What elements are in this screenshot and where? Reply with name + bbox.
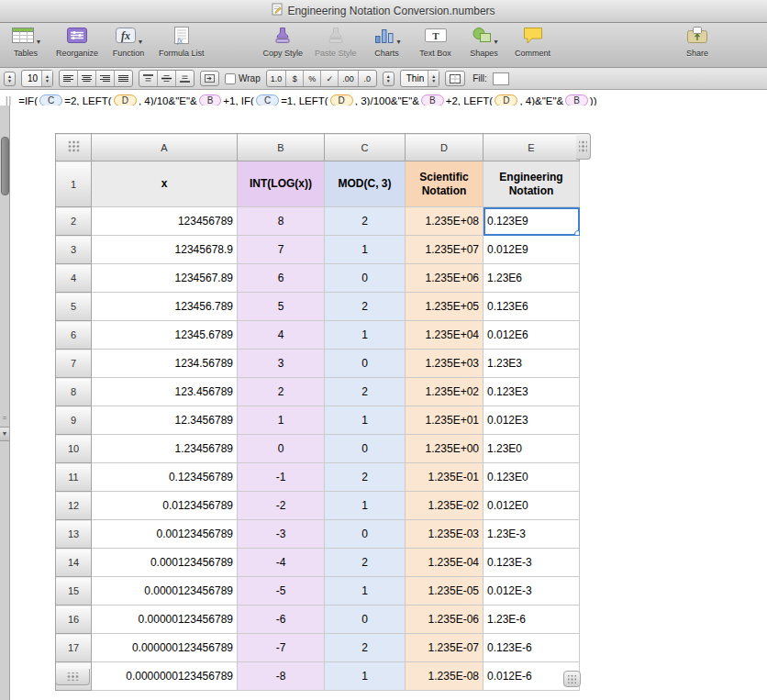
- cell-e6[interactable]: 0.012E6: [484, 321, 580, 350]
- cell-b11[interactable]: -1: [238, 463, 325, 492]
- cell-reference-token[interactable]: C: [39, 94, 62, 106]
- row-header-11[interactable]: 11: [56, 463, 92, 492]
- cell-b17[interactable]: -7: [238, 634, 325, 662]
- row-header-14[interactable]: 14: [56, 549, 92, 577]
- cell-e3[interactable]: 0.012E9: [484, 236, 580, 264]
- cell-b2[interactable]: 8: [238, 207, 325, 236]
- cell-reference-token[interactable]: D: [330, 94, 353, 106]
- valign-bottom-button[interactable]: [176, 71, 194, 86]
- cell-e14[interactable]: 0.123E-3: [484, 549, 580, 577]
- cell-e5[interactable]: 0.123E6: [484, 293, 580, 321]
- cell-d8[interactable]: 1.235E+02: [406, 378, 484, 406]
- formula-input[interactable]: =IF(C=2, LEFT(D, 4)/10&"E"&B+1, IF(C=1, …: [18, 94, 596, 106]
- column-header-d[interactable]: D: [406, 134, 484, 161]
- cell-c2[interactable]: 2: [325, 207, 406, 236]
- title-bar[interactable]: Engineering Notation Conversion.numbers: [0, 0, 767, 23]
- row-header-3[interactable]: 3: [56, 236, 92, 264]
- cell-d13[interactable]: 1.235E-03: [406, 520, 484, 549]
- cell-a3[interactable]: 12345678.9: [92, 236, 238, 264]
- selection-fill-handle[interactable]: [574, 230, 580, 236]
- cell-a12[interactable]: 0.0123456789: [92, 492, 238, 520]
- number-format-button-3[interactable]: ✓: [321, 71, 339, 86]
- share-button[interactable]: Share: [679, 25, 716, 58]
- cell-c7[interactable]: 0: [325, 350, 406, 378]
- cell-c18[interactable]: 1: [325, 662, 406, 691]
- fill-color-swatch[interactable]: [493, 72, 509, 85]
- cell-c11[interactable]: 2: [325, 463, 406, 492]
- cell-c15[interactable]: 1: [325, 577, 406, 606]
- cell-a4[interactable]: 1234567.89: [92, 264, 238, 293]
- cell-e17[interactable]: 0.123E-6: [484, 634, 580, 662]
- add-column-handle[interactable]: [576, 133, 591, 160]
- cell-e15[interactable]: 0.012E-3: [484, 577, 580, 606]
- number-format-button-4[interactable]: .00: [339, 71, 359, 86]
- cell-c17[interactable]: 2: [325, 634, 406, 662]
- cell-c4[interactable]: 0: [325, 264, 406, 293]
- row-header-8[interactable]: 8: [56, 378, 92, 406]
- row-header-12[interactable]: 12: [56, 492, 92, 520]
- cell-e2[interactable]: 0.123E9: [484, 207, 580, 236]
- cell-d6[interactable]: 1.235E+04: [406, 321, 484, 350]
- comment-button[interactable]: Comment: [515, 25, 551, 58]
- charts-button[interactable]: ▾Charts: [369, 25, 406, 58]
- cell-reference-token[interactable]: B: [565, 94, 588, 106]
- font-size-combo[interactable]: 10 ▲▼: [21, 70, 53, 87]
- column-header-c[interactable]: C: [325, 134, 406, 161]
- row-header-7[interactable]: 7: [56, 350, 92, 378]
- cell-reference-token[interactable]: C: [256, 94, 279, 106]
- cell-e8[interactable]: 0.123E3: [484, 378, 580, 406]
- text-inset-button[interactable]: [200, 71, 219, 86]
- cell-b9[interactable]: 1: [238, 406, 325, 435]
- cell-c14[interactable]: 2: [325, 549, 406, 577]
- cell-d5[interactable]: 1.235E+05: [406, 293, 484, 321]
- valign-middle-button[interactable]: [158, 71, 176, 86]
- number-format-button-1[interactable]: $: [286, 71, 304, 86]
- cell-b7[interactable]: 3: [238, 350, 325, 378]
- wrap-checkbox[interactable]: [225, 73, 236, 84]
- cell-a11[interactable]: 0.123456789: [92, 463, 238, 492]
- row-header-10[interactable]: 10: [56, 435, 92, 463]
- cell-a18[interactable]: 0.0000000123456789: [92, 662, 238, 691]
- cell-b13[interactable]: -3: [238, 520, 325, 549]
- column-header-e[interactable]: E: [484, 134, 580, 161]
- cell-b16[interactable]: -6: [238, 606, 325, 634]
- cell-b15[interactable]: -5: [238, 577, 325, 606]
- cell-a7[interactable]: 1234.56789: [92, 350, 238, 378]
- cell-d12[interactable]: 1.235E-02: [406, 492, 484, 520]
- cell-e4[interactable]: 1.23E6: [484, 264, 580, 293]
- cell-b3[interactable]: 7: [238, 236, 325, 264]
- cell-d7[interactable]: 1.235E+03: [406, 350, 484, 378]
- text-box-button[interactable]: TText Box: [417, 25, 454, 58]
- cell-c12[interactable]: 1: [325, 492, 406, 520]
- cell-a6[interactable]: 12345.6789: [92, 321, 238, 350]
- border-button[interactable]: [445, 71, 465, 86]
- cell-d1[interactable]: Scientific Notation: [406, 161, 484, 207]
- cell-reference-token[interactable]: B: [199, 94, 222, 106]
- number-format-button-0[interactable]: 1.0: [267, 71, 287, 86]
- row-header-9[interactable]: 9: [56, 406, 92, 435]
- cell-c8[interactable]: 2: [325, 378, 406, 406]
- row-header-1[interactable]: 1: [56, 161, 92, 207]
- cell-d14[interactable]: 1.235E-04: [406, 549, 484, 577]
- cell-d4[interactable]: 1.235E+06: [406, 264, 484, 293]
- cell-c5[interactable]: 2: [325, 293, 406, 321]
- cell-b6[interactable]: 4: [238, 321, 325, 350]
- decimal-stepper[interactable]: ▲▼: [383, 72, 395, 86]
- reorganize-button[interactable]: Reorganize: [56, 25, 98, 58]
- function-button[interactable]: fx▾Function: [110, 25, 147, 58]
- scrollbar-thumb[interactable]: [1, 137, 9, 195]
- row-header-5[interactable]: 5: [56, 293, 92, 321]
- cell-b1[interactable]: INT(LOG(x)): [238, 161, 325, 207]
- cell-e7[interactable]: 1.23E3: [484, 350, 580, 378]
- row-header-13[interactable]: 13: [56, 520, 92, 549]
- cell-d11[interactable]: 1.235E-01: [406, 463, 484, 492]
- cell-d17[interactable]: 1.235E-07: [406, 634, 484, 662]
- align-justify-button[interactable]: [115, 71, 132, 86]
- cell-b12[interactable]: -2: [238, 492, 325, 520]
- cell-d9[interactable]: 1.235E+01: [406, 406, 484, 435]
- cell-a5[interactable]: 123456.789: [92, 293, 238, 321]
- align-center-button[interactable]: [78, 71, 96, 86]
- cell-c3[interactable]: 1: [325, 236, 406, 264]
- cell-e9[interactable]: 0.012E3: [484, 406, 580, 435]
- cell-c6[interactable]: 1: [325, 321, 406, 350]
